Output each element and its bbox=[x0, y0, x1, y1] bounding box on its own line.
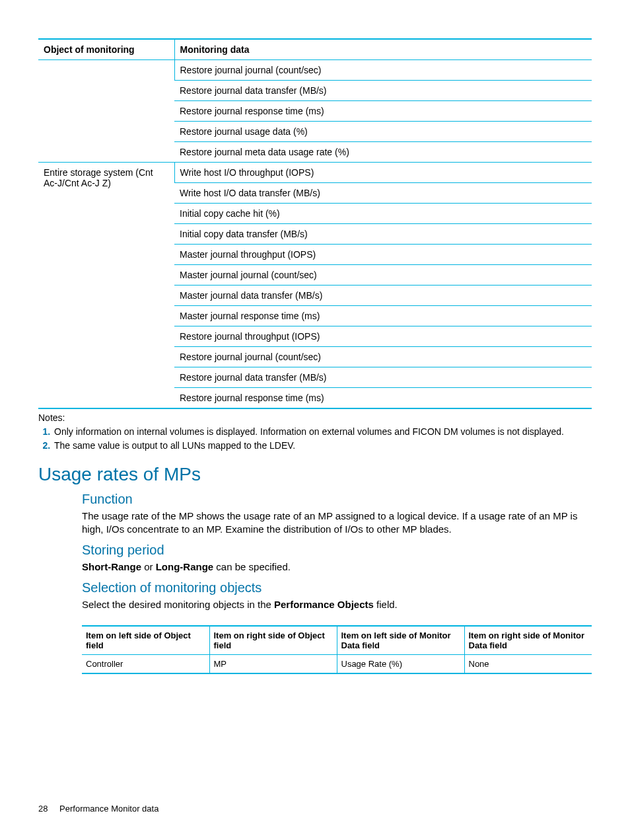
sel-cell: Controller bbox=[82, 654, 209, 673]
data-cell: Restore journal meta data usage rate (%) bbox=[174, 142, 592, 163]
function-body: The usage rate of the MP shows the usage… bbox=[82, 510, 592, 537]
page-number: 28 bbox=[38, 804, 48, 814]
sel-header: Item on left side of Monitor Data field bbox=[337, 626, 464, 655]
selection-heading: Selection of monitoring objects bbox=[82, 580, 592, 595]
sel-header: Item on right side of Object field bbox=[209, 626, 337, 655]
sel-cell: MP bbox=[209, 654, 337, 673]
monitoring-table: Object of monitoring Monitoring data Res… bbox=[38, 38, 592, 409]
data-cell: Master journal data transfer (MB/s) bbox=[174, 286, 592, 306]
data-cell: Restore journal usage data (%) bbox=[174, 122, 592, 142]
note-item: Only information on internal volumes is … bbox=[53, 426, 592, 438]
section-heading: Usage rates of MPs bbox=[38, 464, 592, 485]
data-cell: Write host I/O data transfer (MB/s) bbox=[174, 183, 592, 204]
notes-block: Notes: Only information on internal volu… bbox=[38, 412, 592, 452]
data-cell: Master journal response time (ms) bbox=[174, 306, 592, 326]
data-cell: Restore journal response time (ms) bbox=[174, 388, 592, 409]
object-cell bbox=[38, 60, 174, 163]
object-cell: Entire storage system (Cnt Ac-J/Cnt Ac-J… bbox=[38, 163, 174, 409]
data-cell: Master journal throughput (IOPS) bbox=[174, 245, 592, 265]
selection-table: Item on left side of Object field Item o… bbox=[82, 625, 592, 674]
selection-intro: Select the desired monitoring objects in… bbox=[82, 598, 592, 611]
data-cell: Initial copy data transfer (MB/s) bbox=[174, 224, 592, 245]
storing-body: Short-Range or Long-Range can be specifi… bbox=[82, 560, 592, 574]
short-range-label: Short-Range bbox=[82, 561, 141, 572]
data-cell: Initial copy cache hit (%) bbox=[174, 204, 592, 224]
data-cell: Master journal journal (count/sec) bbox=[174, 265, 592, 286]
data-cell: Restore journal response time (ms) bbox=[174, 101, 592, 122]
col-header-data: Monitoring data bbox=[174, 39, 592, 60]
page-footer: 28 Performance Monitor data bbox=[38, 804, 158, 814]
data-cell: Restore journal data transfer (MB/s) bbox=[174, 81, 592, 101]
data-cell: Restore journal journal (count/sec) bbox=[174, 347, 592, 367]
col-header-object: Object of monitoring bbox=[38, 39, 174, 60]
long-range-label: Long-Range bbox=[156, 561, 214, 572]
footer-title: Performance Monitor data bbox=[59, 804, 158, 814]
notes-label: Notes: bbox=[38, 412, 65, 423]
data-cell: Restore journal throughput (IOPS) bbox=[174, 326, 592, 347]
note-item: The same value is output to all LUNs map… bbox=[53, 439, 592, 452]
data-cell: Restore journal data transfer (MB/s) bbox=[174, 367, 592, 388]
sel-cell: Usage Rate (%) bbox=[337, 654, 464, 673]
storing-heading: Storing period bbox=[82, 543, 592, 558]
sel-header: Item on right side of Monitor Data field bbox=[464, 626, 592, 655]
data-cell: Restore journal journal (count/sec) bbox=[174, 60, 592, 81]
sel-header: Item on left side of Object field bbox=[82, 626, 209, 655]
data-cell: Write host I/O throughput (IOPS) bbox=[174, 163, 592, 183]
sel-cell: None bbox=[464, 654, 592, 673]
function-heading: Function bbox=[82, 492, 592, 507]
